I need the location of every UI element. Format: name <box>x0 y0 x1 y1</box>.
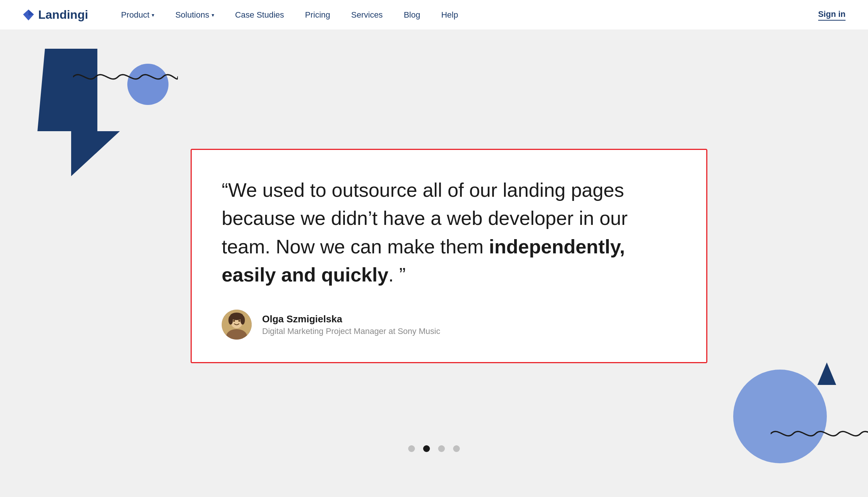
logo-link[interactable]: Landingi <box>22 8 88 22</box>
logo-icon <box>22 9 34 21</box>
deco-wavy-bottom <box>771 422 868 446</box>
nav-item-help: Help <box>431 0 468 30</box>
nav-item-product: Product ▾ <box>110 0 165 30</box>
author-title: Digital Marketing Project Manager at Son… <box>262 326 440 336</box>
logo-text: Landingi <box>38 8 88 22</box>
nav-link-pricing[interactable]: Pricing <box>295 0 341 30</box>
carousel-dot-3[interactable] <box>438 445 445 452</box>
testimonial-card: “We used to outsource all of our landing… <box>191 149 707 364</box>
testimonial-section: “We used to outsource all of our landing… <box>191 149 707 364</box>
nav-link-services[interactable]: Services <box>341 0 393 30</box>
nav-link-case-studies[interactable]: Case Studies <box>225 0 295 30</box>
nav-link-product[interactable]: Product ▾ <box>110 0 165 30</box>
chevron-down-icon: ▾ <box>152 12 154 18</box>
nav-link-help[interactable]: Help <box>431 0 468 30</box>
nav-item-blog: Blog <box>393 0 431 30</box>
main-section: “We used to outsource all of our landing… <box>0 30 868 497</box>
carousel-dot-2[interactable] <box>423 445 430 452</box>
nav-link-blog[interactable]: Blog <box>393 0 431 30</box>
author-name: Olga Szmigielska <box>262 313 440 325</box>
signin-link[interactable]: Sign in <box>818 9 846 21</box>
carousel-dot-1[interactable] <box>408 445 415 452</box>
deco-circle-bottom <box>733 370 827 463</box>
author-info: Olga Szmigielska Digital Marketing Proje… <box>262 313 440 336</box>
testimonial-quote: “We used to outsource all of our landing… <box>222 176 676 289</box>
svg-point-6 <box>233 320 235 322</box>
navigation: Landingi Product ▾ Solutions ▾ Case Stud… <box>0 0 868 30</box>
avatar-image <box>222 310 252 340</box>
svg-point-7 <box>239 320 240 322</box>
chevron-down-icon: ▾ <box>212 12 214 18</box>
nav-links: Product ▾ Solutions ▾ Case Studies Prici… <box>110 0 818 30</box>
carousel-dot-4[interactable] <box>453 445 460 452</box>
nav-item-pricing: Pricing <box>295 0 341 30</box>
deco-triangle-small-icon <box>817 362 836 386</box>
avatar <box>222 310 252 340</box>
svg-point-10 <box>240 316 245 325</box>
nav-item-solutions: Solutions ▾ <box>165 0 225 30</box>
carousel-dots <box>408 445 460 452</box>
svg-point-9 <box>228 316 233 325</box>
nav-item-services: Services <box>341 0 393 30</box>
svg-marker-11 <box>817 362 836 385</box>
nav-item-case-studies: Case Studies <box>225 0 295 30</box>
deco-wavy-top <box>73 66 178 90</box>
nav-link-solutions[interactable]: Solutions ▾ <box>165 0 225 30</box>
testimonial-author: Olga Szmigielska Digital Marketing Proje… <box>222 310 676 340</box>
